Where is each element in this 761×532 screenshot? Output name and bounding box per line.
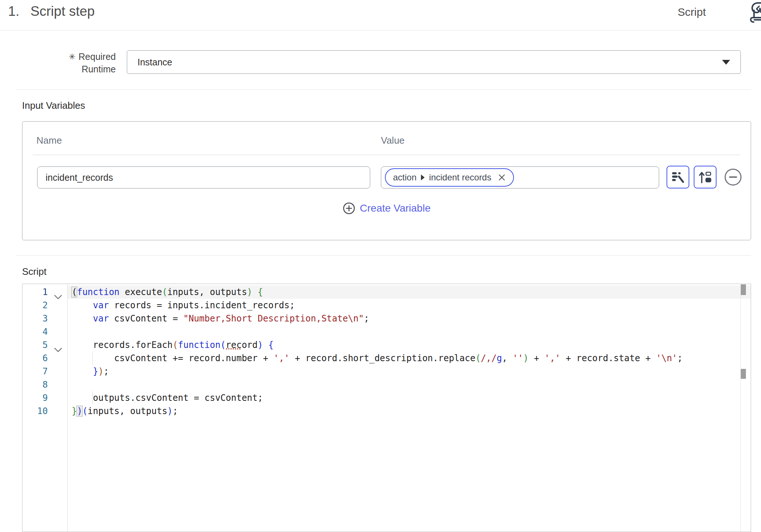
triangle-right-icon: [421, 175, 425, 180]
line-number: 2: [22, 299, 67, 312]
line-number: 4: [22, 325, 67, 338]
variable-name-input[interactable]: [37, 166, 370, 188]
code-line[interactable]: [68, 325, 751, 338]
variable-value-field[interactable]: action incident records: [381, 166, 659, 188]
code-line[interactable]: records.forEach(function(record) {: [68, 338, 751, 352]
column-header-divider: [33, 155, 740, 155]
line-number: 1: [22, 285, 67, 299]
runtime-selected-value: Instance: [137, 57, 172, 68]
runtime-select[interactable]: Instance: [127, 50, 741, 74]
line-number: 6: [22, 352, 67, 365]
line-number: 9: [22, 391, 67, 405]
data-pill[interactable]: action incident records: [385, 168, 514, 187]
script-scroll-icon: [747, 1, 761, 26]
chevron-down-caret: [722, 60, 730, 65]
editor-gutter: 12345678910: [22, 284, 68, 532]
page-title: 1. Script step: [8, 4, 95, 19]
step-type-label: Script: [678, 6, 706, 18]
pill-field: incident records: [429, 172, 491, 183]
script-code-editor[interactable]: 12345678910 (function execute(inputs, ou…: [22, 284, 751, 532]
code-line[interactable]: var records = inputs.incident_records;: [68, 299, 751, 312]
remove-row-button[interactable]: [725, 169, 742, 186]
create-variable-label: Create Variable: [360, 202, 430, 214]
code-line[interactable]: outputs.csvContent = csvContent;: [68, 391, 751, 405]
data-pill-picker-button[interactable]: [667, 166, 689, 188]
editor-scrollbar-track: [740, 284, 741, 532]
step-title: Script step: [31, 4, 95, 19]
column-header-value: Value: [381, 135, 405, 146]
section-divider-2: [17, 255, 751, 256]
plus-circle-icon: [343, 202, 355, 215]
line-number: 3: [22, 312, 67, 325]
code-line[interactable]: })(inputs, outputs);: [68, 405, 751, 418]
section-divider-1: [17, 89, 751, 90]
header-divider: [0, 30, 761, 30]
code-line[interactable]: csvContent += record.number + ',' + reco…: [68, 352, 751, 365]
data-pill-picker-icon: [671, 170, 685, 184]
indent-guide: [92, 391, 93, 405]
line-number: 5: [22, 338, 67, 352]
line-number: 8: [22, 378, 67, 391]
editor-code-area[interactable]: (function execute(inputs, outputs) { var…: [68, 284, 751, 532]
column-header-name: Name: [36, 135, 62, 146]
step-number: 1.: [8, 4, 19, 19]
line-number: 7: [22, 365, 67, 378]
code-line[interactable]: });: [68, 365, 751, 378]
line-number: 10: [22, 405, 67, 418]
editor-scrollbar-thumb[interactable]: [741, 284, 746, 295]
code-line[interactable]: var csvContent = "Number,Short Descripti…: [68, 312, 751, 325]
script-title: Script: [22, 266, 46, 277]
required-runtime-label: ✳Required Runtime: [0, 51, 116, 75]
minus-circle-icon: [729, 176, 737, 178]
pill-scope: action: [393, 172, 417, 183]
input-variables-title: Input Variables: [22, 100, 85, 111]
input-variables-panel: Name Value action incident records: [22, 121, 751, 240]
code-line[interactable]: [68, 378, 751, 391]
create-variable-button[interactable]: Create Variable: [343, 202, 430, 215]
editor-scrollbar-mark: [741, 369, 746, 379]
required-asterisk: ✳: [69, 52, 75, 61]
toggle-data-pill-icon: [698, 170, 712, 184]
indent-guide: [92, 352, 93, 365]
code-line[interactable]: (function execute(inputs, outputs) {: [68, 285, 751, 299]
toggle-data-pill-button[interactable]: [694, 166, 717, 188]
close-x-icon[interactable]: [498, 173, 506, 181]
